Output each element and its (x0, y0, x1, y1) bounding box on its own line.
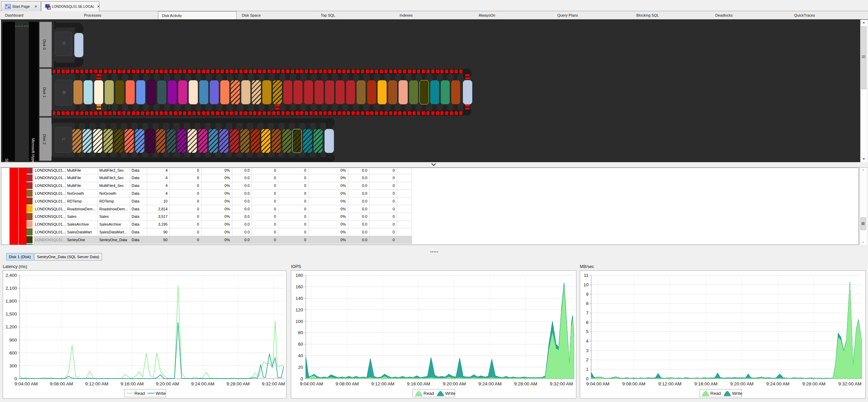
svg-text:1,500: 1,500 (5, 311, 17, 317)
svg-text:9:28:00 AM: 9:28:00 AM (802, 381, 825, 386)
svg-text:1,200: 1,200 (5, 324, 17, 329)
svg-text:9:08:00 AM: 9:08:00 AM (336, 381, 359, 386)
svg-text:300: 300 (9, 363, 17, 368)
svg-text:9:04:00 AM: 9:04:00 AM (300, 381, 323, 386)
svg-text:80: 80 (298, 330, 303, 335)
svg-text:9:20:00 AM: 9:20:00 AM (730, 381, 753, 386)
svg-text:9:32:00 AM: 9:32:00 AM (550, 381, 573, 386)
svg-text:9:20:00 AM: 9:20:00 AM (156, 381, 179, 386)
svg-text:1,800: 1,800 (5, 299, 17, 304)
svg-text:10: 10 (584, 282, 589, 287)
svg-text:9:12:00 AM: 9:12:00 AM (371, 381, 394, 386)
svg-text:100: 100 (295, 319, 303, 324)
svg-text:40: 40 (298, 353, 303, 358)
svg-text:9:16:00 AM: 9:16:00 AM (120, 381, 143, 386)
svg-text:9:28:00 AM: 9:28:00 AM (514, 381, 537, 386)
svg-text:9:32:00 AM: 9:32:00 AM (262, 381, 285, 386)
svg-text:9: 9 (586, 292, 589, 297)
svg-text:60: 60 (298, 342, 303, 347)
svg-text:9:24:00 AM: 9:24:00 AM (478, 381, 501, 386)
svg-text:9:16:00 AM: 9:16:00 AM (407, 381, 430, 386)
svg-text:2: 2 (586, 357, 589, 362)
svg-text:7: 7 (586, 310, 589, 315)
svg-text:9:32:00 AM: 9:32:00 AM (838, 381, 861, 386)
svg-text:9:08:00 AM: 9:08:00 AM (622, 381, 645, 386)
svg-text:4: 4 (586, 339, 589, 344)
svg-text:20: 20 (298, 365, 303, 370)
svg-text:9:04:00 AM: 9:04:00 AM (586, 381, 609, 386)
svg-text:140: 140 (295, 296, 303, 301)
svg-text:1: 1 (586, 367, 589, 372)
svg-text:600: 600 (9, 350, 17, 356)
svg-text:0: 0 (300, 376, 303, 381)
svg-text:9:16:00 AM: 9:16:00 AM (694, 381, 717, 386)
svg-text:6: 6 (586, 320, 589, 325)
svg-text:3: 3 (586, 348, 589, 353)
svg-text:9:12:00 AM: 9:12:00 AM (658, 381, 681, 386)
svg-text:9:20:00 AM: 9:20:00 AM (443, 381, 466, 386)
svg-text:11: 11 (584, 273, 589, 278)
svg-text:9:04:00 AM: 9:04:00 AM (15, 381, 38, 386)
svg-text:0: 0 (14, 376, 17, 381)
svg-text:8: 8 (586, 301, 589, 306)
svg-text:0: 0 (586, 376, 589, 381)
svg-text:900: 900 (9, 338, 17, 343)
svg-text:2,400: 2,400 (5, 273, 17, 278)
svg-text:9:24:00 AM: 9:24:00 AM (766, 381, 789, 386)
svg-text:180: 180 (295, 273, 303, 278)
svg-text:9:24:00 AM: 9:24:00 AM (191, 381, 214, 386)
svg-text:160: 160 (295, 284, 303, 289)
svg-text:120: 120 (295, 307, 303, 312)
svg-text:9:08:00 AM: 9:08:00 AM (50, 381, 73, 386)
svg-text:9:12:00 AM: 9:12:00 AM (85, 381, 108, 386)
svg-text:9:28:00 AM: 9:28:00 AM (226, 381, 250, 386)
svg-text:2,100: 2,100 (5, 286, 17, 291)
svg-text:5: 5 (586, 329, 589, 334)
